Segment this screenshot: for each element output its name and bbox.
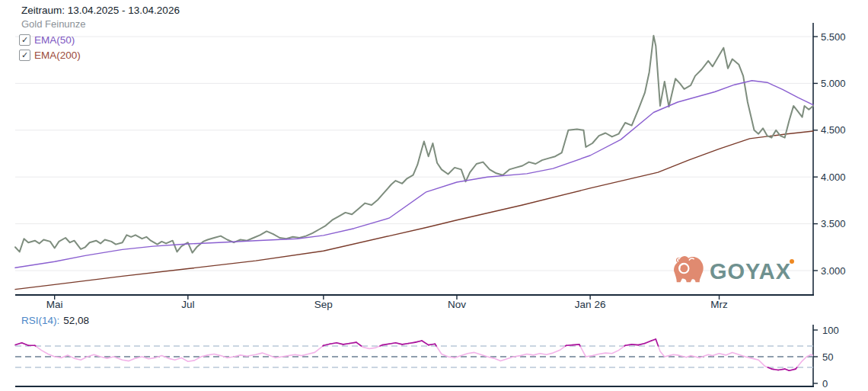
bull-icon [672, 255, 705, 288]
ema200-label: EMA(200) [34, 50, 81, 61]
legend-item-ema200[interactable]: ✓ EMA(200) [19, 48, 81, 62]
checkmark-icon: ✓ [21, 36, 28, 44]
x-axis-tick-label: Jul [181, 299, 194, 310]
instrument-title: Gold Feinunze [21, 18, 86, 30]
rsi-tick-label: 0 [822, 378, 828, 389]
legend-item-ema50[interactable]: ✓ EMA(50) [19, 33, 81, 47]
y-axis-tick-label: 4.000 [821, 171, 846, 183]
y-axis-tick-label: 5.500 [821, 31, 846, 43]
rsi-tick-label: 50 [822, 351, 833, 363]
y-axis-tick-label: 5.000 [821, 78, 846, 89]
y-axis-tick-label: 3.500 [821, 218, 846, 229]
y-axis-tick-label: 3.000 [821, 265, 846, 277]
zeitraum-label: Zeitraum: 13.04.2025 - 13.04.2026 [21, 5, 180, 16]
price-and-rsi-chart: 5.5005.0004.5004.0003.5003.000MaiJulSepN… [0, 0, 868, 391]
indicator-legend: ✓ EMA(50) ✓ EMA(200) [19, 33, 81, 63]
chart-page: 5.5005.0004.5004.0003.5003.000MaiJulSepN… [0, 0, 868, 391]
rsi-plot-area[interactable] [15, 325, 813, 386]
x-axis-tick-label: Jan 26 [575, 299, 606, 310]
goyax-wordmark: GOYAX [710, 257, 791, 286]
ema50-checkbox[interactable]: ✓ [19, 34, 30, 46]
checkmark-icon: ✓ [21, 51, 28, 59]
y-axis-tick-label: 4.500 [821, 124, 846, 136]
rsi-value: 52,08 [63, 315, 89, 326]
rsi-header: RSI(14):52,08 [21, 315, 89, 326]
x-axis-tick-label: Mai [46, 299, 63, 310]
goyax-logo: GOYAX [672, 255, 791, 288]
x-axis-tick-label: Nov [448, 299, 466, 310]
x-axis-tick-label: Mrz [710, 299, 728, 310]
rsi-label: RSI(14): [21, 315, 59, 326]
ema50-label: EMA(50) [34, 34, 75, 46]
rsi-tick-label: 100 [822, 325, 839, 336]
x-axis-tick-label: Sep [314, 299, 333, 310]
ema200-checkbox[interactable]: ✓ [19, 50, 30, 61]
